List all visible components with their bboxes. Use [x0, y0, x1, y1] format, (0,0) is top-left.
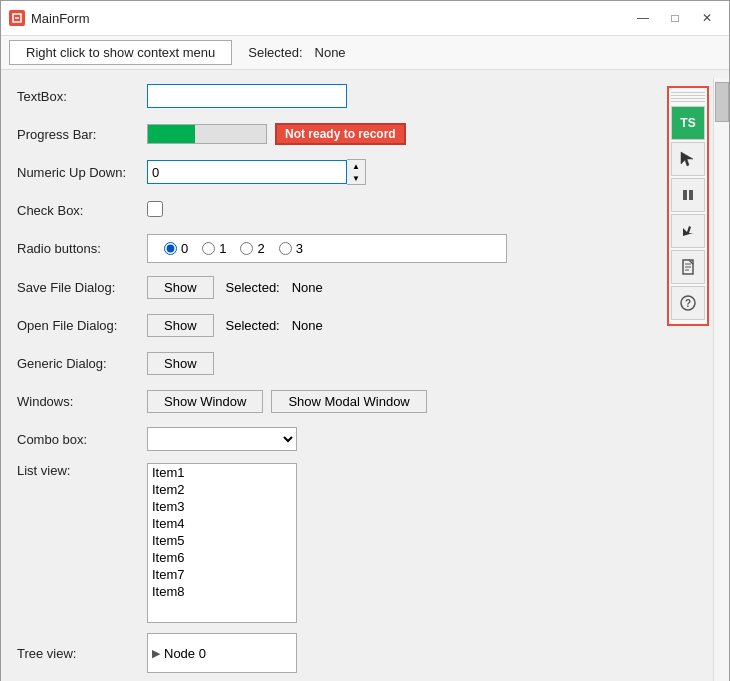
list-item[interactable]: Item5: [148, 532, 296, 549]
cursor-icon: [679, 150, 697, 168]
open-file-row: Open File Dialog: Show Selected: None: [17, 311, 647, 339]
progressbar-row: Progress Bar: Not ready to record: [17, 120, 647, 148]
svg-rect-1: [683, 190, 687, 200]
arrow-button[interactable]: [671, 214, 705, 248]
save-file-button[interactable]: Show: [147, 276, 214, 299]
save-file-selected-value: None: [292, 280, 323, 295]
radio-label-1: 1: [219, 241, 226, 256]
pause-button[interactable]: [671, 178, 705, 212]
radio-label-2: 2: [257, 241, 264, 256]
svg-rect-2: [689, 190, 693, 200]
numeric-input[interactable]: [147, 160, 347, 184]
toolbar-grip: [671, 92, 705, 102]
scrollbar-thumb[interactable]: [715, 82, 729, 122]
textbox-label: TextBox:: [17, 89, 147, 104]
list-view[interactable]: Item1 Item2 Item3 Item4 Item5 Item6 Item…: [147, 463, 297, 623]
show-window-button[interactable]: Show Window: [147, 390, 263, 413]
list-row: List view: Item1 Item2 Item3 Item4 Item5…: [17, 463, 647, 623]
numeric-label: Numeric Up Down:: [17, 165, 147, 180]
radio-item-3[interactable]: 3: [279, 241, 303, 256]
help-button[interactable]: ?: [671, 286, 705, 320]
open-file-selected-value: None: [292, 318, 323, 333]
radio-input-1[interactable]: [202, 242, 215, 255]
radio-input-3[interactable]: [279, 242, 292, 255]
decrement-button[interactable]: ▼: [347, 172, 365, 184]
combo-select[interactable]: [147, 427, 297, 451]
radio-input-0[interactable]: [164, 242, 177, 255]
save-file-selected-label: Selected:: [226, 280, 280, 295]
text-input[interactable]: [147, 84, 347, 108]
show-modal-button[interactable]: Show Modal Window: [271, 390, 426, 413]
progressbar-label: Progress Bar:: [17, 127, 147, 142]
numeric-control: ▲ ▼: [147, 159, 507, 185]
list-control: Item1 Item2 Item3 Item4 Item5 Item6 Item…: [147, 463, 507, 623]
radio-item-1[interactable]: 1: [202, 241, 226, 256]
tree-node-label: Node 0: [164, 646, 206, 661]
tree-arrow-icon: ▶: [152, 647, 160, 660]
checkbox-label: Check Box:: [17, 203, 147, 218]
side-toolbar: TS: [667, 86, 709, 326]
list-item[interactable]: Item3: [148, 498, 296, 515]
progress-bar-fill: [148, 125, 195, 143]
radio-label: Radio buttons:: [17, 241, 147, 256]
tree-label: Tree view:: [17, 646, 147, 661]
form-area: TextBox: Progress Bar: Not ready to reco…: [1, 78, 663, 681]
list-item[interactable]: Item1: [148, 464, 296, 481]
radio-row: Radio buttons: 0 1 2: [17, 234, 647, 263]
progressbar-control: Not ready to record: [147, 123, 507, 145]
windows-label: Windows:: [17, 394, 147, 409]
list-label: List view:: [17, 463, 147, 478]
list-item[interactable]: Item6: [148, 549, 296, 566]
app-icon: [9, 10, 25, 26]
open-file-label: Open File Dialog:: [17, 318, 147, 333]
svg-text:?: ?: [685, 298, 691, 309]
textbox-row: TextBox:: [17, 82, 647, 110]
radio-item-0[interactable]: 0: [164, 241, 188, 256]
open-file-button[interactable]: Show: [147, 314, 214, 337]
checkbox-control: [147, 201, 507, 220]
radio-input-2[interactable]: [240, 242, 253, 255]
doc-icon: [679, 258, 697, 276]
numeric-row: Numeric Up Down: ▲ ▼: [17, 158, 647, 186]
scrollbar[interactable]: [713, 78, 729, 681]
textbox-control: [147, 84, 507, 108]
help-icon: ?: [679, 294, 697, 312]
checkbox-row: Check Box:: [17, 196, 647, 224]
updown-buttons: ▲ ▼: [347, 159, 366, 185]
open-file-control: Show Selected: None: [147, 314, 507, 337]
windows-row: Windows: Show Window Show Modal Window: [17, 387, 647, 415]
generic-dialog-row: Generic Dialog: Show: [17, 349, 647, 377]
maximize-button[interactable]: □: [661, 7, 689, 29]
tree-view[interactable]: ▶ Node 0: [147, 633, 297, 673]
window-controls: — □ ✕: [629, 7, 721, 29]
radio-item-2[interactable]: 2: [240, 241, 264, 256]
selected-value: None: [315, 45, 346, 60]
context-menu-button[interactable]: Right click to show context menu: [9, 40, 232, 65]
radio-label-0: 0: [181, 241, 188, 256]
close-button[interactable]: ✕: [693, 7, 721, 29]
list-item[interactable]: Item8: [148, 583, 296, 600]
minimize-button[interactable]: —: [629, 7, 657, 29]
pause-icon: [680, 187, 696, 203]
doc-button[interactable]: [671, 250, 705, 284]
combo-control: [147, 427, 507, 451]
ts-button[interactable]: TS: [671, 106, 705, 140]
progress-bar-track: [147, 124, 267, 144]
not-ready-badge: Not ready to record: [275, 123, 406, 145]
main-content: TextBox: Progress Bar: Not ready to reco…: [1, 70, 729, 681]
generic-dialog-button[interactable]: Show: [147, 352, 214, 375]
radio-group: 0 1 2 3: [147, 234, 507, 263]
generic-dialog-label: Generic Dialog:: [17, 356, 147, 371]
open-file-selected-label: Selected:: [226, 318, 280, 333]
tree-row: Tree view: ▶ Node 0: [17, 633, 647, 673]
checkbox-input[interactable]: [147, 201, 163, 217]
side-panel: TS: [663, 78, 713, 681]
windows-control: Show Window Show Modal Window: [147, 390, 507, 413]
list-item[interactable]: Item4: [148, 515, 296, 532]
cursor-button[interactable]: [671, 142, 705, 176]
generic-dialog-control: Show: [147, 352, 507, 375]
increment-button[interactable]: ▲: [347, 160, 365, 172]
list-item[interactable]: Item2: [148, 481, 296, 498]
list-item[interactable]: Item7: [148, 566, 296, 583]
selected-label: Selected:: [248, 45, 302, 60]
